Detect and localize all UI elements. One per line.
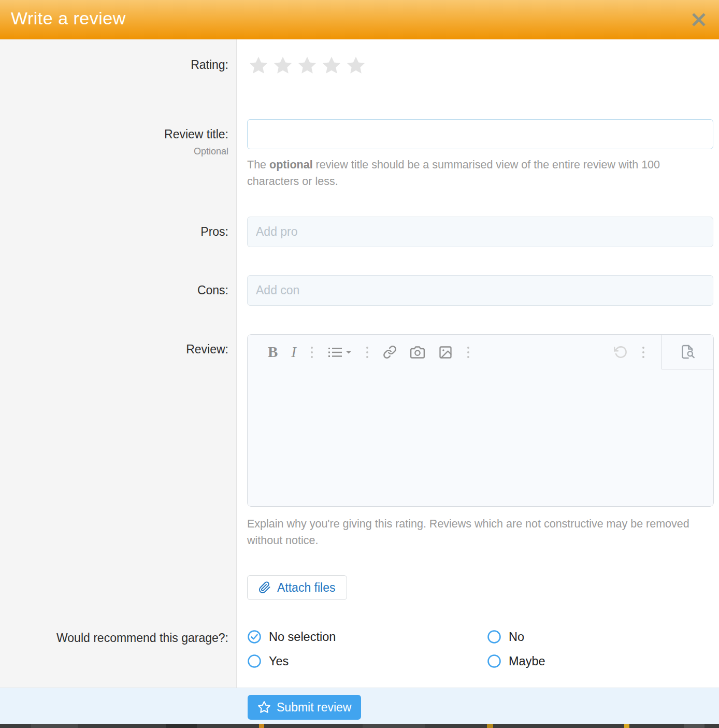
undo-button[interactable] bbox=[607, 341, 635, 364]
review-title-label: Review title: bbox=[0, 127, 228, 141]
radio-label: No bbox=[509, 630, 524, 644]
review-editor: B I bbox=[247, 334, 714, 507]
radio-no[interactable]: No bbox=[487, 630, 524, 644]
radio-unchecked-icon bbox=[247, 654, 262, 668]
attach-files-button[interactable]: Attach files bbox=[247, 575, 347, 600]
submit-review-label: Submit review bbox=[277, 701, 351, 715]
image-icon bbox=[438, 345, 453, 360]
editor-toolbar: B I bbox=[248, 335, 713, 369]
modal-footer: Submit review bbox=[0, 688, 719, 724]
link-button[interactable] bbox=[376, 341, 404, 364]
modal-title: Write a review bbox=[11, 8, 126, 28]
modal-header: Write a review bbox=[0, 0, 719, 39]
italic-button[interactable]: I bbox=[284, 341, 303, 364]
background-page-sliver bbox=[0, 724, 719, 728]
review-title-help: The optional review title should be a su… bbox=[247, 156, 698, 190]
list-overflow-button[interactable] bbox=[358, 341, 376, 364]
star-icon[interactable] bbox=[272, 54, 294, 76]
help-text-bold: optional bbox=[269, 159, 313, 171]
review-help: Explain why you're giving this rating. R… bbox=[247, 516, 713, 549]
insert-overflow-button[interactable] bbox=[459, 341, 477, 364]
chevron-down-icon bbox=[346, 350, 352, 354]
radio-yes[interactable]: Yes bbox=[247, 654, 289, 668]
radio-label: No selection bbox=[269, 630, 336, 644]
overflow-dots-icon bbox=[641, 345, 645, 360]
overflow-dots-icon bbox=[310, 345, 314, 360]
document-preview-icon bbox=[680, 344, 696, 360]
radio-label: Maybe bbox=[509, 654, 545, 668]
toolbar-right-group bbox=[607, 335, 652, 369]
history-overflow-button[interactable] bbox=[635, 341, 652, 364]
list-button[interactable] bbox=[321, 341, 358, 364]
radio-maybe[interactable]: Maybe bbox=[487, 654, 545, 668]
review-title-input[interactable] bbox=[247, 119, 713, 149]
cons-input[interactable] bbox=[247, 275, 713, 306]
star-icon[interactable] bbox=[321, 54, 342, 76]
star-icon[interactable] bbox=[296, 54, 318, 76]
camera-button[interactable] bbox=[404, 341, 432, 364]
pros-label: Pros: bbox=[0, 225, 228, 239]
cons-label: Cons: bbox=[0, 283, 228, 297]
overflow-dots-icon bbox=[466, 345, 470, 360]
undo-icon bbox=[614, 345, 628, 359]
radio-label: Yes bbox=[269, 654, 289, 668]
review-title-optional-label: Optional bbox=[0, 146, 228, 157]
radio-no-selection[interactable]: No selection bbox=[247, 630, 336, 644]
overflow-dots-icon bbox=[365, 345, 369, 360]
format-overflow-button[interactable] bbox=[303, 341, 321, 364]
recommend-label: Would recommend this garage?: bbox=[0, 631, 228, 645]
star-icon[interactable] bbox=[248, 54, 269, 76]
radio-unchecked-icon bbox=[487, 654, 501, 668]
review-editor-body[interactable] bbox=[248, 370, 713, 507]
image-button[interactable] bbox=[432, 341, 459, 364]
star-rating bbox=[248, 54, 367, 76]
unordered-list-icon bbox=[327, 346, 343, 359]
star-icon[interactable] bbox=[345, 54, 367, 76]
radio-unchecked-icon bbox=[487, 630, 501, 644]
attach-files-label: Attach files bbox=[277, 581, 336, 595]
bold-icon: B bbox=[268, 344, 278, 361]
camera-icon bbox=[410, 345, 425, 360]
bold-button[interactable]: B bbox=[261, 341, 284, 364]
help-text-part: The bbox=[247, 159, 269, 171]
italic-icon: I bbox=[291, 344, 296, 361]
close-icon bbox=[690, 11, 708, 28]
link-icon bbox=[383, 345, 397, 359]
write-review-modal: Write a review Rating: Review title: Opt… bbox=[0, 0, 719, 728]
rating-label: Rating: bbox=[0, 58, 228, 72]
paperclip-icon bbox=[258, 581, 271, 594]
star-outline-icon bbox=[257, 701, 271, 714]
submit-review-button[interactable]: Submit review bbox=[248, 695, 361, 720]
radio-checked-icon bbox=[247, 630, 262, 644]
pros-input[interactable] bbox=[247, 217, 713, 247]
review-label: Review: bbox=[0, 342, 228, 356]
preview-button[interactable] bbox=[662, 335, 713, 369]
close-button[interactable] bbox=[690, 11, 708, 28]
